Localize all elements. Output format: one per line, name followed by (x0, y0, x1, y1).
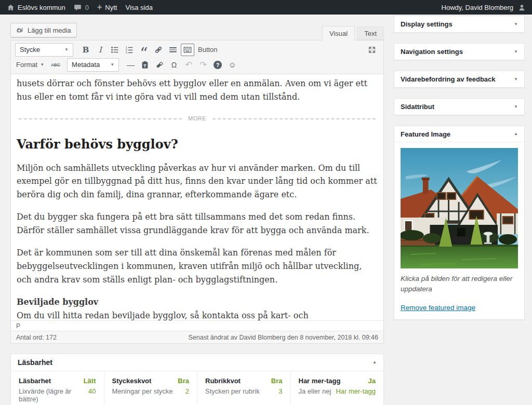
metric-sublabel: Ja eller nej (299, 387, 331, 395)
undo-button[interactable]: ↶ (182, 59, 195, 71)
metadata-select-value: Metadata (72, 61, 100, 69)
collapse-icon[interactable]: ▲ (373, 360, 377, 365)
chevron-up-icon[interactable]: ▲ (514, 132, 518, 136)
fullscreen-button[interactable] (365, 44, 379, 56)
editor-status-bar: Antal ord: 172 Senast ändrat av David Bl… (11, 331, 383, 343)
toolbar-row-2: Format ▼ ABC Metadata ▼ — (15, 57, 379, 72)
panel-header[interactable]: Sidattribut ▼ (394, 99, 524, 115)
metric-label: Styckeskvot (112, 377, 152, 385)
more-tag-separator[interactable]: MORE (19, 114, 376, 124)
element-path-bar[interactable]: P (11, 320, 383, 331)
bullet-list-button[interactable] (108, 44, 122, 56)
panel-header[interactable]: Vidarebefordring av feedback ▼ (394, 71, 524, 87)
featured-image[interactable] (401, 148, 518, 268)
format-dropdown[interactable]: Format ▼ (15, 61, 48, 69)
editor-toolbar: Stycke ▼ B I 1 2 3 (11, 40, 383, 74)
paragraph: Det du bygger ska fungera på ett bra sät… (17, 210, 378, 237)
content-heading: Varför behövs bygglov? (17, 134, 378, 155)
admin-bar-view-page[interactable]: Visa sida (125, 4, 153, 11)
clear-formatting-button[interactable] (153, 59, 166, 71)
metadata-select[interactable]: Metadata ▼ (67, 58, 119, 72)
clipboard-icon (140, 60, 150, 70)
panel-title: Display settings (401, 20, 453, 28)
chevron-down-icon: ▼ (110, 63, 114, 67)
fullscreen-icon (367, 45, 377, 55)
home-icon (6, 3, 15, 11)
chevron-down-icon[interactable]: ▼ (514, 50, 518, 54)
format-dropdown-label: Format (16, 61, 37, 69)
element-path: P (16, 322, 20, 330)
button-shortcode-button[interactable]: Button (198, 46, 218, 53)
metric-sublabel: Meningar per stycke (112, 387, 173, 395)
editor-mode-tabs: Visual Text (10, 26, 384, 40)
help-icon: ? (214, 61, 222, 69)
new-label: Nytt (105, 4, 117, 11)
panel-navigation-settings: Navigation settings ▼ (394, 43, 525, 60)
metric-sublabel: Stycken per rubrik (205, 387, 260, 395)
numbered-list-button[interactable]: 1 2 3 (123, 44, 136, 56)
panel-feedback-forwarding: Vidarebefordring av feedback ▼ (394, 71, 525, 88)
last-edited: Senast ändrat av David Blomberg den 8 no… (188, 334, 378, 341)
readability-title: Läsbarhet (18, 358, 52, 367)
admin-bar-account[interactable]: Howdy, David Blomberg (442, 3, 526, 11)
metric-status: Bra (271, 377, 283, 385)
bullet-list-icon (110, 45, 119, 55)
horizontal-rule-button[interactable]: — (124, 59, 137, 71)
help-button[interactable]: ? (211, 59, 224, 71)
eraser-icon (155, 60, 164, 70)
panel-featured-image: Featured Image ▲ (394, 126, 525, 320)
chevron-down-icon[interactable]: ▼ (514, 105, 518, 109)
more-dash-line (19, 118, 182, 119)
avatar-icon (517, 3, 526, 11)
link-button[interactable] (152, 44, 165, 56)
read-more-button[interactable] (166, 44, 180, 56)
bold-subheading: Beviljade bygglov (17, 295, 378, 309)
metric-value: Har mer-tagg (336, 387, 376, 395)
metric-status: Bra (178, 377, 189, 385)
emoticons-button[interactable]: ☺ (225, 59, 239, 71)
featured-image-body: Klicka på bilden för att redigera eller … (394, 142, 524, 319)
metric-label: Läsbarhet (19, 377, 51, 385)
admin-bar-comments[interactable]: 0 (74, 3, 89, 11)
metric-lasbarhet: LäsbarhetLätt Lixvärde (lägre är bättre)… (11, 371, 104, 405)
featured-image-caption: Klicka på bilden för att redigera eller … (401, 274, 518, 295)
comment-bubble-icon (74, 3, 82, 11)
panel-title: Sidattribut (401, 103, 434, 111)
strikethrough-button[interactable]: ABC (49, 59, 62, 71)
wordpress-edit-page: Eslövs kommun 0 + Nytt Visa sida Howdy, … (0, 0, 532, 405)
readability-header[interactable]: Läsbarhet ▲ (11, 354, 383, 371)
chevron-down-icon[interactable]: ▼ (514, 22, 518, 26)
panel-header[interactable]: Display settings ▼ (394, 16, 524, 32)
paragraph-text: Om du vill hitta redan beviljade bygglov… (17, 310, 309, 320)
numbered-list-icon: 1 2 3 (125, 45, 134, 55)
remove-featured-image-link[interactable]: Remove featured image (401, 304, 475, 312)
paragraph-style-select[interactable]: Stycke ▼ (15, 43, 73, 57)
word-count: Antal ord: 172 (16, 334, 57, 341)
readability-panel: Läsbarhet ▲ LäsbarhetLätt Lixvärde (lägr… (10, 354, 384, 405)
panel-header[interactable]: Navigation settings ▼ (394, 44, 524, 60)
italic-button[interactable]: I (94, 44, 107, 56)
special-character-button[interactable]: Ω (167, 59, 181, 71)
settings-sidebar: Display settings ▼ Navigation settings ▼… (394, 16, 525, 330)
keyboard-icon (183, 45, 192, 55)
view-page-label: Visa sida (125, 4, 153, 11)
paragraph: Miljön och samhällets utveckling påverka… (17, 161, 378, 202)
chevron-down-icon[interactable]: ▼ (514, 77, 518, 82)
toolbar-toggle-button[interactable] (181, 44, 194, 56)
blockquote-button[interactable]: “ (137, 44, 151, 56)
panel-header[interactable]: Featured Image ▲ (394, 126, 524, 142)
admin-bar-site[interactable]: Eslövs kommun (6, 3, 65, 11)
paragraph-style-value: Stycke (20, 46, 40, 53)
tab-visual[interactable]: Visual (322, 26, 355, 40)
tab-text[interactable]: Text (357, 26, 384, 40)
metric-mer-tagg: Har mer-taggJa Ja eller nejHar mer-tagg (291, 371, 384, 405)
admin-bar-new[interactable]: + Nytt (97, 3, 117, 11)
bold-button[interactable]: B (79, 44, 92, 56)
paste-as-text-button[interactable] (138, 59, 152, 71)
metric-value: 2 (185, 387, 189, 395)
panel-title: Navigation settings (401, 48, 463, 56)
visual-editor: Stycke ▼ B I 1 2 3 (10, 40, 384, 344)
editor-content[interactable]: husets dörrar och fönster behövs ett byg… (11, 74, 383, 320)
redo-button[interactable]: ↷ (196, 59, 210, 71)
metric-sublabel: Lixvärde (lägre är bättre) (19, 387, 88, 403)
